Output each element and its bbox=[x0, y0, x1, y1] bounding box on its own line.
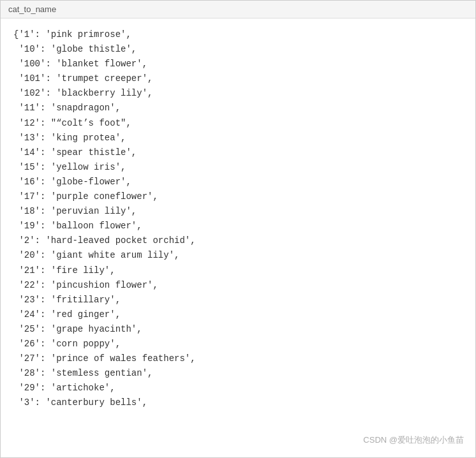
watermark: CSDN @爱吐泡泡的小鱼苗 bbox=[363, 434, 464, 446]
content-area: {'1': 'pink primrose', '10': 'globe this… bbox=[1, 18, 475, 457]
main-window: cat_to_name {'1': 'pink primrose', '10':… bbox=[0, 0, 476, 458]
title-label: cat_to_name bbox=[8, 4, 56, 14]
title-bar: cat_to_name bbox=[1, 1, 475, 18]
code-block: {'1': 'pink primrose', '10': 'globe this… bbox=[13, 27, 463, 410]
